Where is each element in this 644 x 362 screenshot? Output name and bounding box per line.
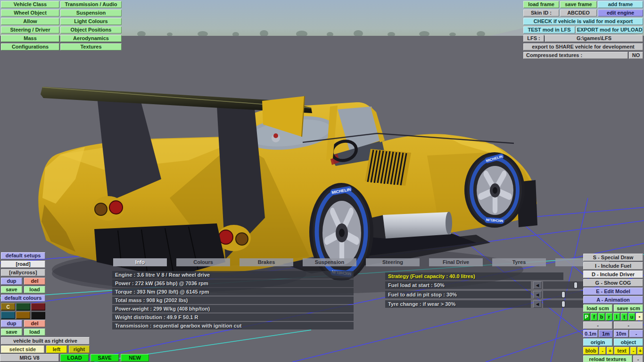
text-plus-button[interactable]: + xyxy=(637,347,643,354)
compressed-textures-toggle[interactable]: NO xyxy=(629,52,643,59)
info-engine: Engine : 3.6 litre V 8 / Rear wheel driv… xyxy=(112,271,354,279)
reload-minus-button[interactable]: - xyxy=(633,355,643,362)
select-side-label: select side xyxy=(1,346,44,353)
colour-swatch-3[interactable] xyxy=(31,303,45,311)
include-driver-button[interactable]: D - Include Driver xyxy=(583,271,643,278)
save-vehicle-button[interactable]: SAVE xyxy=(91,354,119,362)
save-scm-button[interactable]: save scm xyxy=(614,304,643,312)
tab-steering[interactable]: Steering xyxy=(366,258,420,266)
tab-colours[interactable]: Colours xyxy=(176,258,230,266)
menu-steering-driver[interactable]: Steering / Driver xyxy=(1,26,59,33)
object-button[interactable]: object xyxy=(614,338,643,346)
setup-del-button[interactable]: del xyxy=(24,278,45,285)
menu-textures[interactable]: Textures xyxy=(60,43,122,50)
origin-button[interactable]: origin xyxy=(583,338,612,346)
fuel-load-slider-thumb[interactable] xyxy=(574,282,577,288)
side-right-button[interactable]: right xyxy=(69,346,90,353)
load-scm-button[interactable]: load scm xyxy=(583,304,612,312)
include-fuel-button[interactable]: I - Include Fuel xyxy=(583,262,643,270)
tab-tyres[interactable]: Tyres xyxy=(492,258,546,266)
menu-object-positions[interactable]: Object Positions xyxy=(60,26,122,33)
menu-light-colours[interactable]: Light Colours xyxy=(60,18,122,25)
dot-button[interactable]: • xyxy=(636,313,643,321)
colour-swatch-4[interactable] xyxy=(1,312,15,319)
tyre-change-slider-thumb[interactable] xyxy=(562,301,565,307)
side-left-button[interactable]: left xyxy=(46,346,67,353)
blob-button[interactable]: blob xyxy=(583,347,598,354)
tab-suspension[interactable]: Suspension xyxy=(303,258,356,266)
exhaust xyxy=(383,212,451,239)
tyre-change-slider[interactable] xyxy=(543,300,584,308)
colour-dup-button[interactable]: dup xyxy=(1,320,22,327)
setup-save-button[interactable]: save xyxy=(1,286,22,293)
reload-textures-button[interactable]: reload textures xyxy=(583,355,632,362)
menu-configurations[interactable]: Configurations xyxy=(1,43,59,50)
export-mod-button[interactable]: EXPORT mod for UPLOAD xyxy=(576,26,643,33)
edit-model-button[interactable]: E - Edit Model xyxy=(583,288,643,295)
tilde-right-button[interactable]: - xyxy=(614,321,643,329)
animation-button[interactable]: A - Animation xyxy=(583,296,643,304)
fuel-pit-slider-thumb[interactable] xyxy=(562,292,565,297)
text-button[interactable]: text xyxy=(614,347,629,354)
toggle-u-button[interactable]: u xyxy=(628,313,635,321)
menu-vehicle-class[interactable]: Vehicle Class xyxy=(1,1,59,8)
tab-final-drive[interactable]: Final Drive xyxy=(429,258,483,266)
menu-transmission-audio[interactable]: Transmission / Audio xyxy=(60,1,122,8)
scale-01m-button[interactable]: 0.1m xyxy=(583,330,598,337)
blob-minus-button[interactable]: - xyxy=(599,347,606,354)
new-vehicle-button[interactable]: NEW xyxy=(121,354,149,362)
toggle-l-button[interactable]: l xyxy=(613,313,620,321)
toggle-f-button[interactable]: f xyxy=(591,313,597,321)
toggle-r-button[interactable]: r xyxy=(606,313,612,321)
share-vehicle-button[interactable]: export to SHARE vehicle for development xyxy=(523,43,643,50)
setup-road-button[interactable]: [road] xyxy=(1,261,45,268)
menu-aerodynamics[interactable]: Aerodynamics xyxy=(60,35,122,42)
info-weight-dist: Weight distribution : 49.9 F 50.1 R xyxy=(112,313,354,321)
default-setups-button[interactable]: default setups xyxy=(1,252,45,259)
show-cog-button[interactable]: G - Show COG xyxy=(583,279,643,287)
fuel-load-decrease-button[interactable]: ◀ xyxy=(533,281,542,289)
colour-save-button[interactable]: save xyxy=(1,329,22,336)
load-frame-button[interactable]: load frame xyxy=(523,1,559,8)
menu-suspension[interactable]: Suspension xyxy=(60,9,122,16)
scale-10m-button[interactable]: 10m xyxy=(614,330,628,337)
default-colours-button[interactable]: default colours xyxy=(1,295,45,302)
colour-swatch-5[interactable] xyxy=(16,312,30,319)
menu-wheel-object[interactable]: Wheel Object xyxy=(1,9,59,16)
colour-load-button[interactable]: load xyxy=(24,329,45,336)
vehicle-name-button[interactable]: MRG V8 xyxy=(0,354,59,362)
blob-plus-button[interactable]: + xyxy=(607,347,613,354)
fuel-pit-decrease-button[interactable]: ◀ xyxy=(533,291,542,298)
tyre-change-decrease-button[interactable]: ◀ xyxy=(533,300,542,308)
test-mod-button[interactable]: TEST mod in LFS xyxy=(523,26,575,33)
fuel-pit-slider[interactable] xyxy=(543,291,584,298)
colour-swatch-6[interactable] xyxy=(31,312,45,319)
colour-del-button[interactable]: del xyxy=(24,320,45,327)
colour-swatch-1[interactable]: C xyxy=(1,303,15,311)
setup-dup-button[interactable]: dup xyxy=(1,278,22,285)
menu-mass[interactable]: Mass xyxy=(1,35,59,42)
colour-swatch-2[interactable] xyxy=(16,303,30,311)
check-valid-button[interactable]: CHECK if vehicle is valid for mod export xyxy=(523,18,643,25)
load-vehicle-button[interactable]: LOAD xyxy=(60,354,89,362)
toggle-b-button[interactable]: b xyxy=(598,313,605,321)
setup-load-button[interactable]: load xyxy=(24,286,45,293)
tyre-change-label: Tyre change : if wear > 30% xyxy=(385,300,531,308)
scale-1m-button[interactable]: 1m xyxy=(599,330,613,337)
tab-info[interactable]: Info xyxy=(113,258,167,266)
toggle-t-button[interactable]: t xyxy=(621,313,627,321)
scale-minus-button[interactable]: - xyxy=(629,330,643,337)
add-frame-button[interactable]: add frame xyxy=(598,1,643,8)
skin-id-value[interactable]: ABCDEO xyxy=(560,9,597,16)
save-frame-button[interactable]: save frame xyxy=(560,1,597,8)
setup-rallycross-button[interactable]: [rallycross] xyxy=(1,269,45,276)
text-minus-button[interactable]: - xyxy=(630,347,636,354)
menu-allow[interactable]: Allow xyxy=(1,18,59,25)
edit-engine-button[interactable]: edit engine xyxy=(598,9,643,16)
toggle-p-button[interactable]: P xyxy=(583,313,590,321)
special-draw-button[interactable]: S - Special Draw xyxy=(583,254,643,261)
fuel-load-slider[interactable] xyxy=(543,281,584,289)
lfs-path[interactable]: G:\games\LFS xyxy=(545,35,643,42)
tilde-left-button[interactable]: - xyxy=(583,321,612,329)
tab-brakes[interactable]: Brakes xyxy=(239,258,293,266)
